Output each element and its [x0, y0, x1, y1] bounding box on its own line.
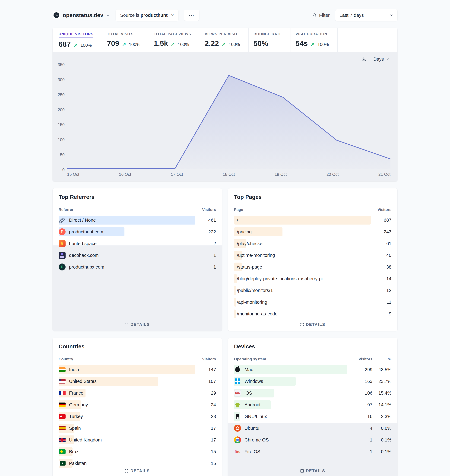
- page-row[interactable]: /api-monitoring 11: [234, 298, 391, 307]
- os-row[interactable]: Chrome OS 1 0.1%: [234, 435, 391, 444]
- referrer-row[interactable]: decohack.com 1: [59, 251, 216, 260]
- page-path: /play/checker: [234, 241, 373, 246]
- country-row[interactable]: Spain 17: [59, 424, 216, 433]
- page-row[interactable]: /status-page 38: [234, 262, 391, 271]
- page-row[interactable]: /monitoring-as-code 9: [234, 309, 391, 318]
- x-axis-label: 20 Oct: [326, 172, 339, 178]
- interval-dropdown[interactable]: Days: [373, 57, 390, 62]
- country-name: France: [68, 391, 197, 396]
- visitors-value: 29: [197, 391, 216, 396]
- country-row[interactable]: India 147: [59, 365, 216, 374]
- filter-chip[interactable]: Source is producthunt ×: [116, 10, 178, 21]
- referrer-label: Direct / None: [68, 218, 197, 223]
- percent-value: 23.7%: [373, 379, 391, 384]
- referrer-row[interactable]: producthubx.com 1: [59, 262, 216, 271]
- y-axis-label: 100: [58, 137, 65, 142]
- details-button[interactable]: DETAILS: [300, 469, 326, 473]
- flag-fr-icon: [59, 391, 65, 395]
- column-headers: Page Visitors: [234, 208, 391, 212]
- page-row[interactable]: /uptime-monitoring 40: [234, 251, 391, 260]
- details-button[interactable]: DETAILS: [125, 469, 150, 473]
- os-name: iOS: [243, 391, 353, 396]
- os-row[interactable]: Android 97 14.1%: [234, 400, 391, 409]
- country-row[interactable]: Turkey 23: [59, 412, 216, 421]
- page-path: /status-page: [234, 264, 373, 270]
- country-row[interactable]: Germany 24: [59, 400, 216, 409]
- referrer-label: producthubx.com: [68, 264, 197, 270]
- visitors-value: 17: [197, 426, 216, 431]
- country-row[interactable]: United Kingdom 17: [59, 435, 216, 444]
- referrer-row[interactable]: Direct / None 461: [59, 216, 216, 225]
- close-icon[interactable]: ×: [171, 13, 174, 18]
- stat-change: 100%: [317, 42, 329, 47]
- stat-item[interactable]: VIEWS PER VISIT 2.22 ↗ 100%: [200, 28, 249, 52]
- download-icon[interactable]: [361, 57, 366, 62]
- stat-item[interactable]: TOTAL PAGEVIEWS 1.5k ↗ 100%: [149, 28, 200, 52]
- stat-label: VISIT DURATION: [296, 32, 327, 37]
- referrer-label: producthunt.com: [68, 229, 197, 234]
- ios-icon: [234, 390, 241, 397]
- stats-row: UNIQUE VISITORS 687 ↗ 100% TOTAL VISITS …: [53, 28, 397, 52]
- filter-label: Filter: [319, 12, 330, 18]
- visitors-value: 1: [197, 253, 216, 258]
- referrer-row[interactable]: hunted.space 2: [59, 239, 216, 248]
- country-row[interactable]: United States 107: [59, 377, 216, 386]
- country-name: Turkey: [68, 414, 197, 419]
- stat-label: VIEWS PER VISIT: [205, 32, 238, 37]
- stat-item[interactable]: BOUNCE RATE 50%: [249, 28, 291, 52]
- country-row[interactable]: France 29: [59, 389, 216, 398]
- referrer-row[interactable]: producthunt.com 222: [59, 227, 216, 236]
- visitors-value: 147: [197, 367, 216, 372]
- referrer-label: hunted.space: [68, 241, 197, 246]
- panel-title: Top Referrers: [59, 194, 95, 200]
- date-range-picker[interactable]: Last 7 days: [335, 9, 397, 21]
- os-row[interactable]: iOS 106 15.4%: [234, 389, 391, 398]
- stat-item[interactable]: TOTAL VISITS 709 ↗ 100%: [102, 28, 149, 52]
- filter-button[interactable]: Filter: [312, 12, 330, 18]
- flag-gb-icon: [59, 438, 65, 442]
- x-axis-label: 19 Oct: [275, 172, 287, 178]
- hunted-icon: [59, 240, 65, 247]
- visitors-value: 1: [197, 264, 216, 270]
- stat-item[interactable]: UNIQUE VISITORS 687 ↗ 100%: [54, 28, 102, 52]
- site-picker[interactable]: openstatus.dev: [53, 12, 110, 19]
- country-row[interactable]: Brazil 15: [59, 447, 216, 456]
- x-axis: 15 Oct16 Oct17 Oct18 Oct19 Oct20 Oct21 O…: [67, 172, 391, 178]
- more-button[interactable]: ⋯: [184, 10, 199, 21]
- page-list: / 687 /pricing 243 /play/checker 61 /upt…: [234, 216, 391, 318]
- page-row[interactable]: /blog/deploy-private-locations-raspberry…: [234, 274, 391, 283]
- panel-tabs: [383, 347, 391, 348]
- country-name: Brazil: [68, 449, 197, 454]
- stat-value: 54s: [296, 39, 308, 48]
- stat-value: 50%: [254, 39, 268, 48]
- page-row[interactable]: /play/checker 61: [234, 239, 391, 248]
- dashboard: openstatus.dev Source is producthunt × ⋯…: [53, 0, 397, 476]
- y-axis-label: 250: [58, 92, 65, 97]
- page-row[interactable]: /public/monitors/1 12: [234, 286, 391, 295]
- os-row[interactable]: GNU/Linux 16 2.3%: [234, 412, 391, 421]
- flag-br-icon: [59, 449, 65, 454]
- os-row[interactable]: Fire OS 1 0.1%: [234, 447, 391, 456]
- android-icon: [234, 401, 241, 408]
- page-row[interactable]: /pricing 243: [234, 227, 391, 236]
- panel-tabs: [383, 198, 391, 199]
- y-axis-label: 350: [58, 62, 65, 67]
- country-row[interactable]: Pakistan 15: [59, 459, 216, 468]
- expand-icon: [300, 469, 304, 473]
- producthunt-icon: [59, 228, 65, 235]
- stat-item[interactable]: VISIT DURATION 54s ↗ 100%: [291, 28, 338, 52]
- page-row[interactable]: / 687: [234, 216, 391, 225]
- percent-value: 14.1%: [373, 402, 391, 407]
- country-name: Pakistan: [68, 461, 197, 466]
- panel-title: Devices: [234, 343, 255, 350]
- os-row[interactable]: Windows 163 23.7%: [234, 377, 391, 386]
- os-row[interactable]: Ubuntu 4 0.6%: [234, 424, 391, 433]
- details-button[interactable]: DETAILS: [125, 322, 150, 327]
- visitors-value: 38: [373, 264, 391, 270]
- country-name: Germany: [68, 402, 197, 407]
- page-path: /uptime-monitoring: [234, 253, 373, 258]
- stat-change: 100%: [129, 42, 140, 47]
- details-button[interactable]: DETAILS: [300, 322, 326, 327]
- os-row[interactable]: Mac 299 43.5%: [234, 365, 391, 374]
- visitors-value: 9: [373, 311, 391, 316]
